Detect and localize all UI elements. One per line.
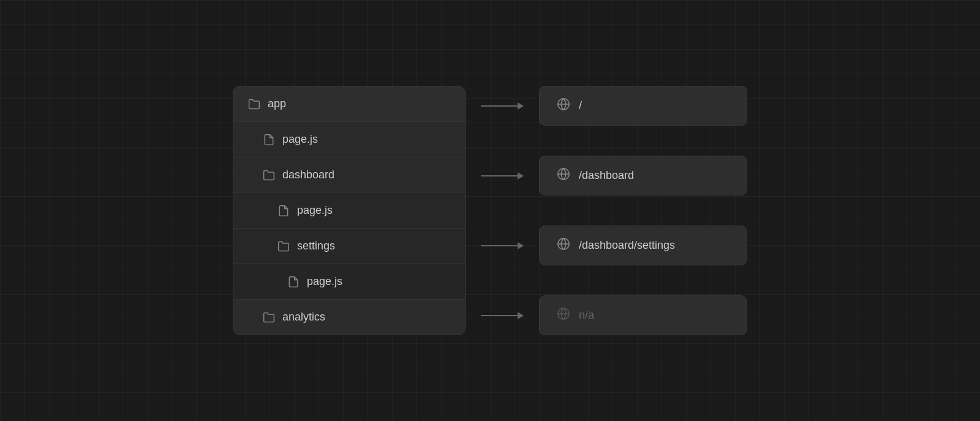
tree-label-app: app: [268, 97, 286, 110]
globe-icon-dashboard: [557, 167, 570, 184]
route-box-analytics: n/a: [539, 295, 747, 335]
spacer-page2: [466, 193, 747, 228]
folder-icon-dashboard: [263, 169, 275, 181]
globe-icon-analytics: [557, 307, 570, 324]
arrows-routes-section: / /dashboard: [466, 88, 747, 333]
route-path-settings: /dashboard/settings: [579, 239, 675, 252]
arrow-settings: [466, 242, 539, 249]
file-icon-page2: [277, 205, 290, 217]
route-row-dashboard: /dashboard: [466, 158, 747, 193]
tree-label-page2: page.js: [297, 204, 333, 217]
globe-icon-root: [557, 97, 570, 114]
folder-icon-app: [248, 98, 260, 110]
route-row-analytics: n/a: [466, 298, 747, 333]
route-box-root: /: [539, 86, 747, 126]
route-path-root: /: [579, 99, 582, 112]
route-row-settings: /dashboard/settings: [466, 228, 747, 263]
route-row-root: /: [466, 88, 747, 123]
tree-item-dashboard: dashboard: [233, 157, 465, 193]
file-tree: app page.js dashboard: [233, 86, 466, 335]
tree-label-page1: page.js: [282, 133, 318, 146]
spacer-page3: [466, 263, 747, 298]
arrow-root: [466, 102, 539, 110]
globe-icon-settings: [557, 237, 570, 254]
main-layout: app page.js dashboard: [233, 86, 747, 335]
arrow-dashboard: [466, 172, 539, 180]
tree-label-page3: page.js: [307, 275, 342, 288]
route-box-settings: /dashboard/settings: [539, 226, 747, 265]
file-icon-page3: [287, 276, 300, 288]
arrow-analytics: [466, 312, 539, 319]
file-icon-page1: [263, 134, 275, 146]
tree-item-settings: settings: [233, 229, 465, 264]
tree-item-page3: page.js: [233, 264, 465, 300]
route-box-dashboard: /dashboard: [539, 156, 747, 195]
spacer-page1: [466, 123, 747, 158]
route-path-dashboard: /dashboard: [579, 169, 634, 182]
tree-item-page1: page.js: [233, 122, 465, 157]
folder-icon-settings: [277, 240, 290, 252]
tree-label-settings: settings: [297, 240, 335, 252]
tree-item-app: app: [233, 86, 465, 122]
folder-icon-analytics: [263, 311, 275, 324]
tree-item-page2: page.js: [233, 193, 465, 229]
tree-label-dashboard: dashboard: [282, 169, 334, 181]
route-path-analytics: n/a: [579, 309, 594, 322]
tree-item-analytics: analytics: [233, 300, 465, 335]
tree-label-analytics: analytics: [282, 311, 325, 324]
